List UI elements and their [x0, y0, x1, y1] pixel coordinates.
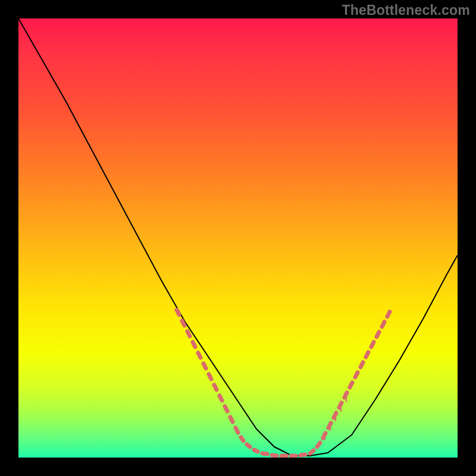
svg-line-27: [350, 383, 352, 387]
svg-line-20: [310, 450, 314, 453]
svg-line-8: [220, 396, 222, 400]
svg-line-12: [241, 437, 243, 441]
svg-line-6: [209, 374, 211, 379]
svg-line-4: [198, 353, 201, 358]
chart-plot-area: [18, 18, 458, 458]
svg-line-34: [387, 312, 390, 317]
svg-line-29: [361, 362, 363, 367]
svg-line-3: [193, 342, 195, 347]
svg-line-15: [262, 453, 267, 454]
svg-line-21: [317, 443, 320, 447]
svg-line-30: [366, 352, 368, 357]
svg-line-31: [371, 342, 374, 347]
svg-line-19: [300, 455, 305, 455]
svg-line-0: [177, 310, 179, 315]
watermark-text: TheBottleneck.com: [342, 2, 470, 18]
svg-line-14: [254, 450, 258, 452]
svg-line-1: [182, 321, 184, 325]
svg-line-33: [382, 322, 384, 327]
svg-line-9: [225, 406, 227, 411]
svg-line-10: [230, 417, 233, 422]
highlighted-dash-region: [177, 310, 390, 456]
svg-line-13: [247, 444, 250, 447]
svg-line-7: [214, 385, 217, 390]
svg-line-32: [377, 332, 379, 337]
chart-svg: [18, 18, 458, 458]
svg-line-11: [236, 428, 238, 433]
svg-line-28: [355, 372, 358, 377]
svg-line-16: [272, 455, 277, 456]
curve-line: [18, 18, 458, 456]
svg-line-2: [187, 331, 190, 336]
svg-line-5: [203, 364, 206, 368]
